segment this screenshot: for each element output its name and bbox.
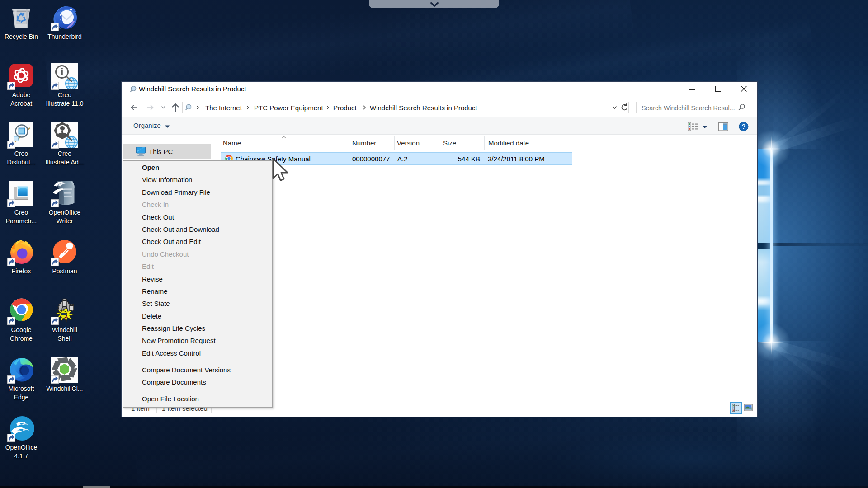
- svg-text:?: ?: [742, 123, 746, 130]
